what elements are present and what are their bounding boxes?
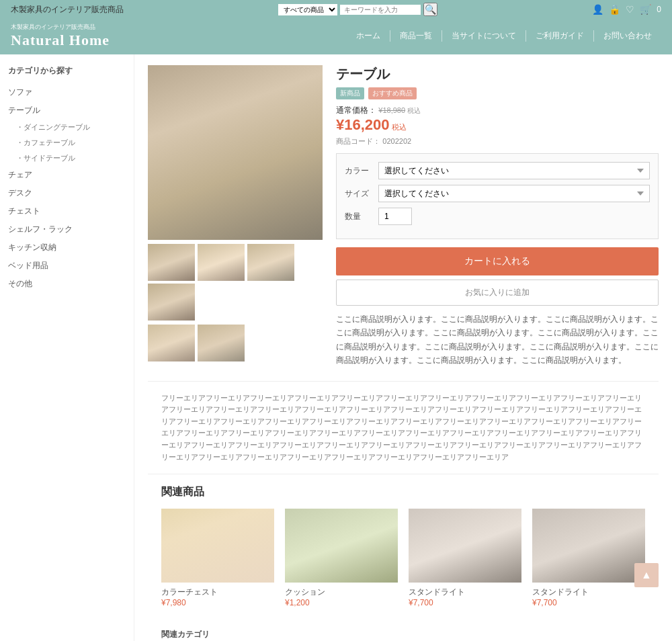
sidebar-item-kitchen[interactable]: キッチン収納 bbox=[8, 239, 126, 257]
product-code: 0202202 bbox=[382, 137, 411, 145]
sidebar-item-desk[interactable]: デスク bbox=[8, 184, 126, 202]
sidebar-item-table[interactable]: テーブル bbox=[8, 101, 126, 120]
related-cats-title: 関連カテゴリ bbox=[161, 629, 645, 640]
price-tax: 税込 bbox=[392, 123, 407, 131]
back-to-top-button[interactable]: ▲ bbox=[634, 563, 659, 587]
related-item-2[interactable]: スタンドライト ¥7,700 bbox=[409, 509, 521, 607]
related-name-2: スタンドライト bbox=[409, 587, 521, 598]
quantity-input[interactable] bbox=[378, 208, 412, 225]
thumbnail-6[interactable] bbox=[198, 325, 245, 361]
product-code-label: 商品コード： bbox=[336, 137, 380, 145]
related-price-1: ¥1,200 bbox=[285, 598, 398, 607]
main-content: カテゴリから探す ソファ テーブル ダイニングテーブル カフェテーブル サイドテ… bbox=[0, 54, 672, 641]
sidebar-item-sofa[interactable]: ソファ bbox=[8, 83, 126, 101]
thumbnail-2[interactable] bbox=[198, 244, 245, 281]
sidebar-item-other[interactable]: その他 bbox=[8, 275, 126, 293]
thumbnail-3[interactable] bbox=[247, 244, 294, 281]
add-to-wishlist-button[interactable]: お気に入りに追加 bbox=[336, 280, 659, 306]
product-area: テーブル 新商品 おすすめ商品 通常価格： ¥18,980 税込 ¥16,200… bbox=[134, 54, 672, 641]
main-product-image bbox=[148, 65, 323, 240]
site-logo[interactable]: 木製家具のインテリア販売商品 Natural Home bbox=[11, 23, 110, 49]
nav-about[interactable]: 当サイトについて bbox=[442, 30, 526, 42]
related-price-0: ¥7,980 bbox=[161, 598, 274, 607]
related-name-0: カラーチェスト bbox=[161, 587, 274, 598]
related-name-1: クッション bbox=[285, 587, 398, 598]
nav-guide[interactable]: ご利用ガイド bbox=[526, 30, 594, 42]
color-option-row: カラー 選択してください bbox=[345, 162, 650, 179]
product-description: ここに商品説明が入ります。ここに商品説明が入ります。ここに商品説明が入ります。こ… bbox=[336, 312, 659, 368]
product-title: テーブル bbox=[336, 65, 659, 83]
product-code-row: 商品コード： 0202202 bbox=[336, 136, 659, 146]
sidebar-item-shelf[interactable]: シェルフ・ラック bbox=[8, 220, 126, 239]
header-tagline: 木製家具のインテリア販売商品 bbox=[11, 4, 124, 15]
related-item-0[interactable]: カラーチェスト ¥7,980 bbox=[161, 509, 274, 607]
price-original-row: 通常価格： ¥18,980 税込 bbox=[336, 105, 659, 116]
main-nav: ホーム 商品一覧 当サイトについて ご利用ガイド お問い合わせ bbox=[347, 30, 661, 42]
color-label: カラー bbox=[345, 165, 378, 177]
nav-home[interactable]: ホーム bbox=[347, 30, 390, 42]
price-original-value: ¥18,980 bbox=[378, 106, 405, 114]
sidebar-item-bed[interactable]: ベッド用品 bbox=[8, 257, 126, 275]
related-name-3: スタンドライト bbox=[532, 587, 645, 598]
site-tagline: 木製家具のインテリア販売商品 bbox=[11, 23, 110, 32]
heart-icon[interactable]: ♡ bbox=[626, 4, 634, 15]
site-title: Natural Home bbox=[11, 32, 110, 49]
sidebar-sub-item-side[interactable]: サイドテーブル bbox=[8, 151, 126, 166]
badge-recommended: おすすめ商品 bbox=[368, 87, 417, 99]
thumbnail-row-2 bbox=[148, 325, 323, 361]
size-option-row: サイズ 選択してください bbox=[345, 185, 650, 202]
related-products-section: 関連商品 カラーチェスト ¥7,980 クッション ¥1,200 スタンドライト… bbox=[148, 474, 659, 618]
thumbnail-row bbox=[148, 244, 323, 320]
add-to-cart-button[interactable]: カートに入れる bbox=[336, 247, 659, 275]
free-area: フリーエリアフリーエリアフリーエリアフリーエリアフリーエリアフリーエリアフリーエ… bbox=[148, 381, 659, 475]
related-image-3 bbox=[532, 509, 645, 583]
product-info: テーブル 新商品 おすすめ商品 通常価格： ¥18,980 税込 ¥16,200… bbox=[323, 65, 659, 368]
related-item-1[interactable]: クッション ¥1,200 bbox=[285, 509, 398, 607]
price-original-label: 通常価格： bbox=[336, 105, 376, 115]
related-grid: カラーチェスト ¥7,980 クッション ¥1,200 スタンドライト ¥7,7… bbox=[161, 509, 645, 607]
free-area-text: フリーエリアフリーエリアフリーエリアフリーエリアフリーエリアフリーエリアフリーエ… bbox=[161, 392, 645, 464]
related-price-2: ¥7,700 bbox=[409, 598, 521, 607]
size-select[interactable]: 選択してください bbox=[378, 185, 650, 202]
related-image-0 bbox=[161, 509, 274, 583]
search-area: すべての商品 🔍 bbox=[278, 3, 437, 16]
sidebar-sub-item-dining[interactable]: ダイニングテーブル bbox=[8, 120, 126, 135]
price-original-tax: 税込 bbox=[407, 107, 421, 114]
site-header: 木製家具のインテリア販売商品 すべての商品 🔍 👤 🔒 ♡ 🛒 0 木製家具のイ… bbox=[0, 0, 672, 54]
sidebar-item-chair[interactable]: チェア bbox=[8, 166, 126, 184]
related-categories: 関連カテゴリ キッチンツール キッチンツール＞調理器具 新入荷 bbox=[148, 618, 659, 641]
color-select[interactable]: 選択してください bbox=[378, 162, 650, 179]
thumbnail-1[interactable] bbox=[148, 244, 195, 281]
cart-count: 0 bbox=[657, 5, 661, 14]
nav-products[interactable]: 商品一覧 bbox=[390, 30, 442, 42]
size-label: サイズ bbox=[345, 188, 378, 200]
thumbnail-4[interactable] bbox=[148, 284, 195, 320]
product-options: カラー 選択してください サイズ 選択してください 数量 bbox=[336, 153, 659, 239]
sidebar-sub-item-cafe[interactable]: カフェテーブル bbox=[8, 135, 126, 151]
product-content: テーブル 新商品 おすすめ商品 通常価格： ¥18,980 税込 ¥16,200… bbox=[148, 65, 659, 368]
lock-icon[interactable]: 🔒 bbox=[609, 4, 620, 15]
product-images bbox=[148, 65, 323, 368]
price-current-row: ¥16,200 税込 bbox=[336, 116, 659, 134]
related-section-title: 関連商品 bbox=[161, 485, 645, 499]
chevron-up-icon: ▲ bbox=[641, 569, 652, 581]
related-item-3[interactable]: スタンドライト ¥7,700 bbox=[532, 509, 645, 607]
sidebar: カテゴリから探す ソファ テーブル ダイニングテーブル カフェテーブル サイドテ… bbox=[0, 54, 134, 641]
product-badges: 新商品 おすすめ商品 bbox=[336, 87, 659, 99]
nav-contact[interactable]: お問い合わせ bbox=[594, 30, 661, 42]
related-image-2 bbox=[409, 509, 521, 583]
related-image-1 bbox=[285, 509, 398, 583]
thumbnail-5[interactable] bbox=[148, 325, 195, 361]
qty-label: 数量 bbox=[345, 211, 378, 222]
qty-option-row: 数量 bbox=[345, 208, 650, 225]
price-current: ¥16,200 bbox=[336, 116, 390, 133]
related-price-3: ¥7,700 bbox=[532, 598, 645, 607]
header-user-icons: 👤 🔒 ♡ 🛒 0 bbox=[592, 4, 661, 15]
sidebar-item-chest[interactable]: チェスト bbox=[8, 202, 126, 220]
search-input[interactable] bbox=[340, 5, 421, 15]
search-category-select[interactable]: すべての商品 bbox=[278, 4, 337, 15]
sidebar-title: カテゴリから探す bbox=[8, 65, 126, 77]
search-button[interactable]: 🔍 bbox=[423, 3, 437, 16]
account-icon[interactable]: 👤 bbox=[592, 4, 603, 15]
cart-icon[interactable]: 🛒 bbox=[640, 4, 651, 15]
